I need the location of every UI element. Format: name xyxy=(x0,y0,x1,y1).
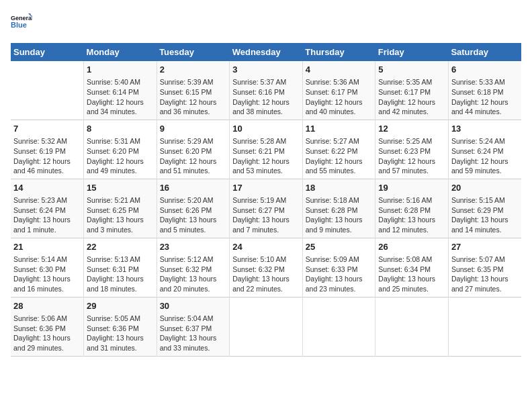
cell-text: Sunset: 6:17 PM xyxy=(306,87,373,97)
day-number: 27 xyxy=(451,241,519,253)
day-number: 28 xyxy=(13,300,81,312)
cell-text: and 9 minutes. xyxy=(306,225,373,235)
cell-text: Sunrise: 5:27 AM xyxy=(306,136,373,146)
calendar-cell: 22Sunrise: 5:13 AMSunset: 6:31 PMDayligh… xyxy=(84,238,157,297)
calendar-cell: 16Sunrise: 5:20 AMSunset: 6:26 PMDayligh… xyxy=(157,179,230,238)
cell-text: Sunrise: 5:06 AM xyxy=(13,314,81,324)
day-number: 25 xyxy=(306,241,373,253)
cell-text: Daylight: 13 hours xyxy=(306,274,373,284)
calendar-cell: 26Sunrise: 5:08 AMSunset: 6:34 PMDayligh… xyxy=(375,238,449,297)
cell-text: Daylight: 12 hours xyxy=(232,97,300,107)
cell-text: Sunrise: 5:35 AM xyxy=(378,77,445,87)
cell-text: Sunset: 6:32 PM xyxy=(232,265,300,275)
day-number: 6 xyxy=(451,64,519,76)
cell-text: and 36 minutes. xyxy=(160,107,227,117)
cell-text: and 25 minutes. xyxy=(378,284,445,294)
calendar-cell: 10Sunrise: 5:28 AMSunset: 6:21 PMDayligh… xyxy=(230,120,303,179)
calendar-cell: 6Sunrise: 5:33 AMSunset: 6:18 PMDaylight… xyxy=(448,61,521,120)
cell-text: and 33 minutes. xyxy=(160,343,227,353)
cell-text: Daylight: 12 hours xyxy=(378,156,445,167)
day-number: 18 xyxy=(306,182,373,194)
cell-text: Sunrise: 5:24 AM xyxy=(451,136,519,146)
day-number: 22 xyxy=(87,241,154,253)
day-number: 2 xyxy=(160,64,227,76)
cell-text: Sunrise: 5:08 AM xyxy=(378,255,445,265)
cell-text: Sunrise: 5:19 AM xyxy=(232,195,300,205)
cell-text: Sunrise: 5:29 AM xyxy=(160,136,227,146)
calendar-cell: 19Sunrise: 5:16 AMSunset: 6:28 PMDayligh… xyxy=(375,179,449,238)
cell-text: Daylight: 12 hours xyxy=(451,97,519,107)
cell-text: Sunset: 6:36 PM xyxy=(87,324,154,334)
day-number: 10 xyxy=(232,123,300,135)
calendar-cell: 25Sunrise: 5:09 AMSunset: 6:33 PMDayligh… xyxy=(302,238,375,297)
logo: General Blue xyxy=(11,11,34,35)
cell-text: Sunrise: 5:04 AM xyxy=(160,314,227,324)
cell-text: and 44 minutes. xyxy=(451,107,519,117)
calendar-cell: 8Sunrise: 5:31 AMSunset: 6:20 PMDaylight… xyxy=(84,120,157,179)
cell-text: and 46 minutes. xyxy=(13,166,81,176)
calendar-cell: 1Sunrise: 5:40 AMSunset: 6:14 PMDaylight… xyxy=(84,61,157,120)
calendar-cell: 17Sunrise: 5:19 AMSunset: 6:27 PMDayligh… xyxy=(230,179,303,238)
cell-text: Daylight: 13 hours xyxy=(232,215,300,225)
cell-text: Daylight: 12 hours xyxy=(306,156,373,167)
cell-text: Sunrise: 5:20 AM xyxy=(160,195,227,205)
week-row-3: 14Sunrise: 5:23 AMSunset: 6:24 PMDayligh… xyxy=(11,179,521,238)
cell-text: and 18 minutes. xyxy=(87,284,154,294)
day-number: 23 xyxy=(160,241,227,253)
day-number: 9 xyxy=(160,123,227,135)
cell-text: and 27 minutes. xyxy=(451,284,519,294)
cell-text: Daylight: 13 hours xyxy=(160,333,227,343)
cell-text: Sunset: 6:37 PM xyxy=(160,324,227,334)
week-row-1: 1Sunrise: 5:40 AMSunset: 6:14 PMDaylight… xyxy=(11,61,521,120)
cell-text: and 12 minutes. xyxy=(378,225,445,235)
cell-text: Sunset: 6:20 PM xyxy=(87,146,154,156)
cell-text: and 51 minutes. xyxy=(160,166,227,176)
cell-text: Daylight: 13 hours xyxy=(451,215,519,225)
cell-text: and 49 minutes. xyxy=(87,166,154,176)
cell-text: Sunrise: 5:31 AM xyxy=(87,136,154,146)
calendar-cell: 24Sunrise: 5:10 AMSunset: 6:32 PMDayligh… xyxy=(230,238,303,297)
day-number: 19 xyxy=(378,182,445,194)
cell-text: and 3 minutes. xyxy=(87,225,154,235)
calendar-cell xyxy=(448,297,521,356)
cell-text: Sunrise: 5:36 AM xyxy=(306,77,373,87)
cell-text: and 53 minutes. xyxy=(232,166,300,176)
cell-text: Sunrise: 5:13 AM xyxy=(87,255,154,265)
cell-text: Daylight: 12 hours xyxy=(306,97,373,107)
cell-text: and 38 minutes. xyxy=(232,107,300,117)
cell-text: Sunrise: 5:28 AM xyxy=(232,136,300,146)
cell-text: Daylight: 13 hours xyxy=(87,333,154,343)
cell-text: Sunrise: 5:05 AM xyxy=(87,314,154,324)
cell-text: Sunrise: 5:09 AM xyxy=(306,255,373,265)
cell-text: Sunset: 6:32 PM xyxy=(160,265,227,275)
day-number: 24 xyxy=(232,241,300,253)
cell-text: and 14 minutes. xyxy=(451,225,519,235)
col-header-saturday: Saturday xyxy=(448,43,521,61)
cell-text: and 31 minutes. xyxy=(87,343,154,353)
cell-text: Sunrise: 5:10 AM xyxy=(232,255,300,265)
calendar-cell: 11Sunrise: 5:27 AMSunset: 6:22 PMDayligh… xyxy=(302,120,375,179)
cell-text: Daylight: 12 hours xyxy=(87,156,154,167)
day-number: 12 xyxy=(378,123,445,135)
col-header-monday: Monday xyxy=(84,43,157,61)
cell-text: Sunrise: 5:40 AM xyxy=(87,77,154,87)
calendar-cell: 18Sunrise: 5:18 AMSunset: 6:28 PMDayligh… xyxy=(302,179,375,238)
cell-text: Sunset: 6:30 PM xyxy=(13,265,81,275)
cell-text: Sunset: 6:31 PM xyxy=(87,265,154,275)
cell-text: Sunset: 6:27 PM xyxy=(232,205,300,216)
cell-text: Daylight: 13 hours xyxy=(451,274,519,284)
day-number: 11 xyxy=(306,123,373,135)
cell-text: Sunrise: 5:18 AM xyxy=(306,195,373,205)
cell-text: Sunset: 6:18 PM xyxy=(451,87,519,97)
calendar-cell: 28Sunrise: 5:06 AMSunset: 6:36 PMDayligh… xyxy=(11,297,84,356)
col-header-tuesday: Tuesday xyxy=(157,43,230,61)
day-number: 15 xyxy=(87,182,154,194)
cell-text: Sunset: 6:22 PM xyxy=(306,146,373,156)
cell-text: Daylight: 12 hours xyxy=(378,97,445,107)
calendar-cell xyxy=(11,61,84,120)
cell-text: Sunset: 6:33 PM xyxy=(306,265,373,275)
cell-text: Sunset: 6:35 PM xyxy=(451,265,519,275)
cell-text: Sunrise: 5:39 AM xyxy=(160,77,227,87)
cell-text: and 23 minutes. xyxy=(306,284,373,294)
day-number: 29 xyxy=(87,300,154,312)
